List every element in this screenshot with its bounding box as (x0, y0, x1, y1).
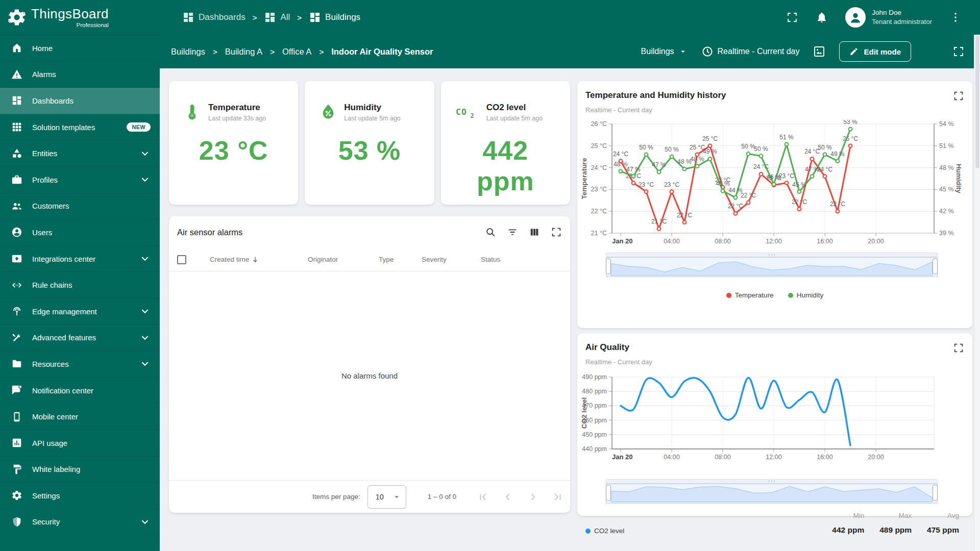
toolbar-crumb-building-a[interactable]: Building A (225, 47, 262, 57)
download-icon[interactable] (925, 45, 937, 58)
toolbar-crumb-buildings[interactable]: Buildings (171, 47, 205, 57)
select-all-checkbox[interactable] (177, 255, 186, 264)
sidebar-item-alarms[interactable]: Alarms (0, 62, 160, 88)
svg-text:24 °C: 24 °C (817, 166, 832, 173)
history-chart-title: Temperature and Humidity history (585, 90, 726, 101)
metric-last-update: Last update 33s ago (208, 115, 266, 122)
fullscreen-icon[interactable] (786, 11, 798, 23)
air-quality-widget: Air Quality Realtime - Current day 490 p… (577, 333, 972, 516)
humidity-drop-icon (319, 103, 337, 121)
svg-text:50 %: 50 % (754, 145, 768, 153)
toolbar-crumb-office-a[interactable]: Office A (282, 47, 311, 57)
sidebar-item-settings[interactable]: Settings (0, 483, 160, 509)
sidebar-item-api-usage[interactable]: API usage (0, 430, 160, 457)
user-name: John Doe (872, 8, 932, 18)
filter-icon[interactable] (507, 227, 518, 238)
metric-card-humidity[interactable]: HumidityLast update 5m ago53 % (305, 81, 434, 205)
app-edition: Professional (31, 22, 109, 28)
svg-text:25 °C: 25 °C (702, 135, 718, 142)
sidebar-item-home[interactable]: Home (0, 35, 160, 62)
user-menu[interactable]: John Doe Tenant administrator (845, 7, 932, 28)
sidebar-item-dashboards[interactable]: Dashboards (0, 88, 160, 114)
sidebar-item-resources[interactable]: Resources (0, 351, 160, 378)
legend-item-temperature[interactable]: Temperature (726, 291, 774, 299)
integrations-icon (11, 253, 22, 264)
bell-icon[interactable] (816, 11, 828, 23)
timewindow-button[interactable]: Realtime - Current day (701, 45, 800, 58)
columns-icon[interactable] (529, 227, 540, 238)
stat-avg-value: 475 ppm (927, 525, 959, 535)
air-sensor-alarms-widget: Air sensor alarms Created timeOriginator… (169, 216, 570, 513)
breadcrumb-separator: > (213, 47, 217, 56)
fullscreen-icon[interactable] (551, 227, 562, 238)
customers-icon (11, 201, 22, 212)
dashboard-toolbar: Buildings>Building A>Office A>Indoor Air… (160, 35, 980, 68)
first-page-icon[interactable] (477, 491, 489, 503)
airq-stats: Min442 ppm Max489 ppm Avg475 ppm (832, 512, 959, 535)
co2-icon: CO2 (455, 105, 480, 120)
metric-cards-row: TemperatureLast update 33s ago23 °CHumid… (169, 81, 570, 205)
svg-text:CO2 level: CO2 level (580, 397, 588, 429)
svg-text:Temperature: Temperature (580, 158, 588, 199)
fullscreen-icon[interactable] (953, 90, 964, 102)
svg-text:22 °C: 22 °C (830, 201, 845, 208)
column-header-status[interactable]: Status (481, 256, 570, 263)
metric-card-temperature[interactable]: TemperatureLast update 33s ago23 °C (169, 81, 298, 205)
kebab-icon[interactable] (949, 11, 962, 23)
avatar[interactable] (845, 7, 866, 28)
sidebar-item-notification-center[interactable]: Notification center (0, 378, 160, 404)
sidebar-item-white-labeling[interactable]: White labeling (0, 457, 160, 483)
metric-card-co2-level[interactable]: CO2CO2 levelLast update 5m ago442 ppm (441, 81, 570, 205)
svg-text:08:00: 08:00 (715, 454, 730, 461)
thingsboard-dashboard-screen: ThingsBoard Professional Dashboards>All>… (0, 0, 980, 551)
sidebar-item-rule-chains[interactable]: Rule chains (0, 272, 160, 298)
chevron-down-icon (139, 358, 151, 369)
sidebar-item-mobile-center[interactable]: Mobile center (0, 404, 160, 430)
entity-dropdown[interactable]: Buildings (641, 47, 688, 56)
sidebar-item-profiles[interactable]: Profiles (0, 167, 160, 193)
airq-chart-zoom-slider[interactable] (606, 479, 972, 506)
svg-text:16:00: 16:00 (817, 238, 832, 245)
column-header-created-time[interactable]: Created time (210, 256, 308, 264)
stat-min-label: Min (832, 512, 864, 519)
svg-text:440 ppm: 440 ppm (582, 445, 607, 453)
header-crumb-dashboards[interactable]: Dashboards (182, 11, 246, 23)
image-icon[interactable] (813, 45, 825, 58)
svg-text:04:00: 04:00 (664, 454, 679, 461)
fullscreen-icon[interactable] (953, 342, 964, 354)
sidebar: HomeAlarmsDashboardsSolution templatesNE… (0, 35, 160, 551)
column-header-originator[interactable]: Originator (308, 256, 379, 263)
sidebar-item-integrations-center[interactable]: Integrations center (0, 246, 160, 272)
sidebar-item-users[interactable]: Users (0, 219, 160, 246)
fullscreen-icon[interactable] (952, 45, 965, 58)
sidebar-item-security[interactable]: Security (0, 509, 160, 536)
sidebar-item-label: Integrations center (32, 255, 95, 263)
vertical-scrollbar[interactable] (974, 35, 980, 551)
column-header-severity[interactable]: Severity (422, 256, 481, 263)
sidebar-item-entities[interactable]: Entities (0, 140, 160, 167)
scrollbar-thumb[interactable] (975, 36, 979, 168)
sidebar-item-edge-management[interactable]: Edge management (0, 298, 160, 325)
column-header-type[interactable]: Type (379, 256, 422, 263)
last-page-icon[interactable] (552, 491, 564, 503)
breadcrumb-separator: > (270, 47, 275, 56)
metric-last-update: Last update 5m ago (344, 115, 401, 122)
alarms-table-header: Created timeOriginatorTypeSeverityStatus (169, 248, 570, 271)
svg-text:21 °C: 21 °C (591, 230, 607, 237)
history-chart-zoom-slider[interactable] (606, 253, 972, 279)
timewindow-label: Realtime - Current day (718, 47, 800, 56)
header-crumb-all[interactable]: All (264, 11, 290, 23)
edit-mode-button[interactable]: Edit mode (839, 41, 911, 62)
sidebar-item-solution-templates[interactable]: Solution templatesNEW (0, 114, 160, 141)
next-page-icon[interactable] (527, 491, 539, 503)
sidebar-item-advanced-features[interactable]: Advanced features (0, 325, 160, 352)
legend-item-co2-level[interactable]: CO2 level (585, 527, 624, 535)
legend-item-humidity[interactable]: Humidity (788, 291, 824, 299)
svg-text:25 °C: 25 °C (591, 142, 607, 149)
thingsboard-logo[interactable]: ThingsBoard Professional (0, 7, 160, 28)
svg-text:12:00: 12:00 (766, 238, 781, 245)
page-size-select[interactable]: 10 (368, 485, 406, 509)
prev-page-icon[interactable] (502, 491, 514, 503)
sidebar-item-customers[interactable]: Customers (0, 193, 160, 220)
search-icon[interactable] (485, 227, 496, 238)
